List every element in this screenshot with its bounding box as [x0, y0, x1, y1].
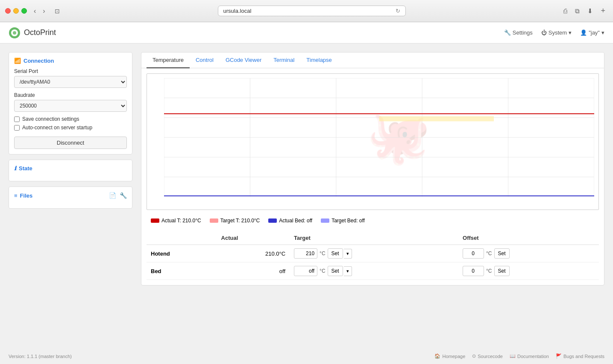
address-bar[interactable]: ursula.local ↻ — [218, 6, 406, 16]
temperature-table: Actual Target Offset Hotend 210.0°C — [147, 231, 599, 280]
connection-title: Connection — [23, 58, 54, 64]
back-button[interactable]: ‹ — [31, 6, 38, 16]
legend-actual-bed: Actual Bed: off — [268, 218, 312, 224]
maximize-button[interactable] — [21, 8, 27, 14]
close-button[interactable] — [5, 8, 11, 14]
user-caret: ▾ — [601, 29, 604, 36]
right-panel: Temperature Control GCode Viewer Termina… — [141, 52, 604, 340]
connection-section: 📶 Connection Serial Port /dev/ttyAMA0 Ba… — [9, 52, 132, 154]
bed-set-button[interactable]: Set — [328, 266, 343, 276]
system-label: System — [548, 29, 567, 36]
state-header: ℹ State — [14, 165, 127, 172]
legend-actual-t-color — [151, 218, 159, 223]
tab-terminal[interactable]: Terminal — [267, 52, 300, 68]
bed-target-group: °C Set ▾ — [294, 266, 454, 276]
download-button[interactable]: ⬇ — [585, 6, 595, 16]
upload-file-button[interactable]: 📄 — [109, 192, 116, 199]
tab-header: Temperature Control GCode Viewer Termina… — [141, 52, 604, 68]
col-offset: Offset — [458, 231, 599, 245]
files-header: ≡ Files 📄 🔧 — [14, 192, 127, 199]
book-icon: 📖 — [510, 353, 516, 359]
hotend-unit: °C — [318, 250, 326, 256]
hotend-label: Hotend — [147, 245, 217, 262]
svg-point-2 — [13, 31, 16, 35]
version-text: Version: 1.1.1 (master branch) — [9, 354, 72, 359]
tab-temperature[interactable]: Temperature — [147, 52, 190, 68]
sourcecode-link[interactable]: ⊙ Sourcecode — [472, 353, 503, 359]
hotend-offset-cell: °C Set — [458, 245, 599, 262]
baudrate-select[interactable]: 250000 — [14, 100, 127, 112]
flag-icon: 🚩 — [556, 353, 562, 359]
code-icon: ⊙ — [472, 353, 476, 359]
chart-svg — [164, 78, 594, 197]
bed-offset-cell: °C Set — [458, 262, 599, 280]
tab-gcode-viewer[interactable]: GCode Viewer — [220, 52, 267, 68]
bed-offset-set-button[interactable]: Set — [494, 266, 510, 276]
hotend-target-input[interactable] — [294, 248, 317, 259]
bed-offset-input[interactable] — [463, 266, 484, 276]
url-text: ursula.local — [223, 8, 252, 14]
save-connection-group: Save connection settings — [14, 116, 127, 122]
user-label: "jay" — [589, 29, 600, 36]
serial-port-select[interactable]: /dev/ttyAMA0 — [14, 76, 127, 88]
save-connection-label: Save connection settings — [22, 116, 79, 122]
tools-button[interactable]: 🔧 — [120, 192, 127, 199]
home-icon: 🏠 — [434, 353, 440, 359]
hotend-offset-set-button[interactable]: Set — [494, 248, 510, 259]
state-section: ℹ State — [9, 160, 132, 181]
chart-area: 🐙 — [164, 78, 594, 197]
legend-target-t: Target T: 210.0°C — [210, 218, 260, 224]
forward-button[interactable]: › — [40, 6, 47, 16]
hotend-set-arrow[interactable]: ▾ — [344, 249, 352, 259]
documentation-label: Documentation — [517, 354, 549, 359]
system-link[interactable]: ⏻ System ▾ — [541, 29, 572, 36]
legend-target-bed: Target Bed: off — [321, 218, 365, 224]
legend-actual-t: Actual T: 210.0°C — [151, 218, 201, 224]
hotend-set-button[interactable]: Set — [328, 248, 343, 259]
disconnect-button[interactable]: Disconnect — [14, 137, 127, 149]
reload-icon[interactable]: ↻ — [396, 8, 400, 14]
new-tab-button[interactable]: + — [598, 6, 608, 16]
minimize-button[interactable] — [13, 8, 19, 14]
bed-actual: off — [217, 262, 290, 280]
tab-timelapse[interactable]: Timelapse — [300, 52, 337, 68]
hotend-target-cell: °C Set ▾ — [290, 245, 458, 262]
state-title: State — [19, 165, 32, 172]
power-icon: ⏻ — [541, 29, 547, 36]
hotend-offset-input[interactable] — [463, 248, 484, 259]
hotend-row: Hotend 210.0°C °C Set ▾ — [147, 245, 599, 262]
svg-rect-16 — [379, 116, 494, 121]
legend-actual-t-label: Actual T: 210.0°C — [161, 218, 201, 224]
sourcecode-label: Sourcecode — [478, 354, 503, 359]
list-icon: ≡ — [14, 192, 18, 199]
legend-actual-bed-color — [268, 218, 277, 223]
main-content: 📶 Connection Serial Port /dev/ttyAMA0 Ba… — [0, 44, 613, 348]
bed-set-arrow[interactable]: ▾ — [344, 266, 352, 276]
tab-control[interactable]: Control — [190, 52, 220, 68]
baudrate-group: Baudrate 250000 — [14, 92, 127, 112]
auto-connect-checkbox[interactable] — [14, 125, 20, 131]
documentation-link[interactable]: 📖 Documentation — [510, 353, 549, 359]
homepage-link[interactable]: 🏠 Homepage — [434, 353, 465, 359]
legend-actual-bed-label: Actual Bed: off — [279, 218, 312, 224]
tab-content: 300 250 200 150 100 50 0 🐙 — [141, 68, 604, 285]
left-panel: 📶 Connection Serial Port /dev/ttyAMA0 Ba… — [9, 52, 132, 340]
bed-target-input[interactable] — [294, 266, 317, 276]
chart-legend: Actual T: 210.0°C Target T: 210.0°C Actu… — [147, 214, 599, 227]
bed-offset-unit: °C — [485, 268, 493, 274]
settings-icon: 🔧 — [504, 29, 511, 36]
duplicate-button[interactable]: ⧉ — [572, 6, 582, 16]
bugs-link[interactable]: 🚩 Bugs and Requests — [556, 353, 604, 359]
save-connection-checkbox[interactable] — [14, 116, 20, 122]
app-container: OctoPrint 🔧 Settings ⏻ System ▾ 👤 "jay" … — [0, 22, 613, 364]
navbar-right: 🔧 Settings ⏻ System ▾ 👤 "jay" ▾ — [504, 29, 604, 36]
share-button[interactable]: ⎙ — [561, 6, 570, 15]
browser-chrome: ‹ › ⊡ ursula.local ↻ ⎙ ⧉ ⬇ + — [0, 0, 613, 22]
user-link[interactable]: 👤 "jay" ▾ — [580, 29, 604, 36]
settings-link[interactable]: 🔧 Settings — [504, 29, 533, 36]
hotend-actual: 210.0°C — [217, 245, 290, 262]
footer-links: 🏠 Homepage ⊙ Sourcecode 📖 Documentation … — [434, 353, 604, 359]
col-target: Target — [290, 231, 458, 245]
reader-button[interactable]: ⊡ — [52, 7, 62, 15]
auto-connect-group: Auto-connect on server startup — [14, 125, 127, 131]
